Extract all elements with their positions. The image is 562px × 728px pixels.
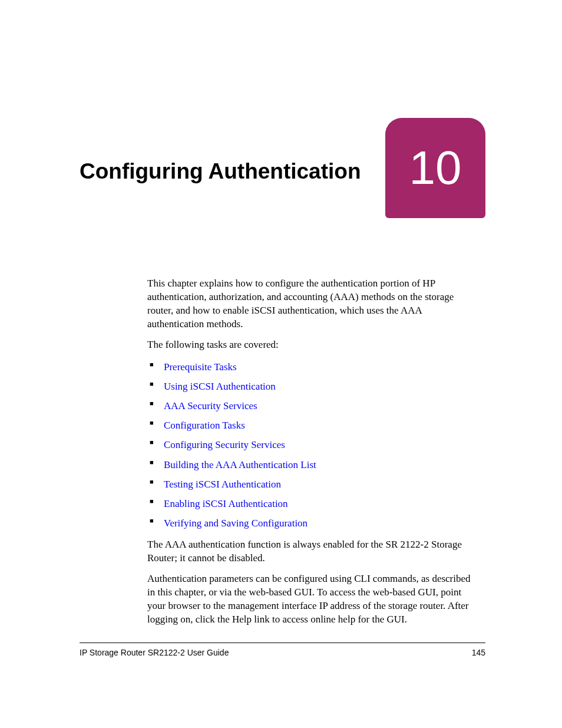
footer-page-number: 145 (472, 648, 485, 657)
task-link-using-iscsi[interactable]: Using iSCSI Authentication (164, 381, 276, 392)
auth-params-paragraph: Authentication parameters can be configu… (147, 572, 480, 627)
list-item: Using iSCSI Authentication (147, 378, 480, 394)
list-item: AAA Security Services (147, 398, 480, 414)
task-link-config-tasks[interactable]: Configuration Tasks (164, 420, 245, 431)
list-item: Verifying and Saving Configuration (147, 515, 480, 531)
chapter-number-tab: 10 (385, 118, 485, 218)
list-item: Enabling iSCSI Authentication (147, 496, 480, 512)
list-item: Testing iSCSI Authentication (147, 476, 480, 492)
task-list: Prerequisite Tasks Using iSCSI Authentic… (147, 359, 480, 532)
list-item: Prerequisite Tasks (147, 359, 480, 375)
body-content: This chapter explains how to configure t… (147, 277, 480, 627)
task-link-verifying[interactable]: Verifying and Saving Configuration (164, 518, 308, 529)
intro-paragraph: This chapter explains how to configure t… (147, 277, 480, 331)
footer-doc-title: IP Storage Router SR2122-2 User Guide (80, 648, 229, 657)
aaa-note-paragraph: The AAA authentication function is alway… (147, 538, 480, 565)
task-link-building-aaa[interactable]: Building the AAA Authentication List (164, 459, 316, 470)
task-link-config-security[interactable]: Configuring Security Services (164, 439, 285, 450)
document-page: Configuring Authentication 10 This chapt… (0, 0, 562, 728)
list-item: Building the AAA Authentication List (147, 457, 480, 473)
chapter-title: Configuring Authentication (80, 159, 361, 184)
task-link-prerequisite[interactable]: Prerequisite Tasks (164, 361, 237, 373)
chapter-header: Configuring Authentication 10 (80, 118, 485, 218)
page-footer: IP Storage Router SR2122-2 User Guide 14… (80, 643, 485, 657)
tasks-lead: The following tasks are covered: (147, 338, 480, 352)
list-item: Configuration Tasks (147, 417, 480, 433)
task-link-aaa-services[interactable]: AAA Security Services (164, 400, 257, 411)
list-item: Configuring Security Services (147, 437, 480, 453)
task-link-testing-iscsi[interactable]: Testing iSCSI Authentication (164, 479, 281, 490)
chapter-number: 10 (409, 141, 462, 195)
task-link-enabling-iscsi[interactable]: Enabling iSCSI Authentication (164, 498, 288, 509)
